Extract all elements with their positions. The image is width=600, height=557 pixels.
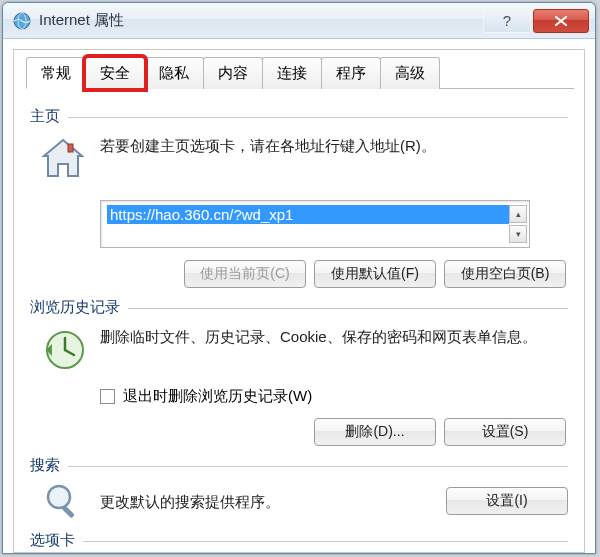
tabstrip: 常规 安全 隐私 内容 连接 程序 高级 [26, 56, 574, 89]
tab-privacy[interactable]: 隐私 [144, 57, 204, 89]
close-icon [554, 15, 568, 27]
tab-programs[interactable]: 程序 [321, 57, 381, 89]
homepage-url-input[interactable]: https://hao.360.cn/?wd_xp1 ▴ ▾ [100, 200, 530, 248]
url-spinner: ▴ ▾ [509, 205, 527, 243]
tab-advanced[interactable]: 高级 [380, 57, 440, 89]
tab-content[interactable]: 内容 [203, 57, 263, 89]
close-button[interactable] [533, 9, 589, 33]
internet-options-icon [13, 12, 31, 30]
help-button[interactable]: ? [483, 9, 531, 33]
history-icon [36, 323, 90, 377]
client-area: 常规 安全 隐私 内容 连接 程序 高级 主页 [3, 39, 595, 553]
delete-on-exit-checkbox[interactable] [100, 389, 115, 404]
spin-down-icon[interactable]: ▾ [509, 225, 527, 243]
history-desc: 删除临时文件、历史记录、Cookie、保存的密码和网页表单信息。 [100, 323, 537, 349]
group-divider [68, 117, 568, 118]
window-frame: Internet 属性 ? 常规 安全 隐私 内容 连接 程序 高级 [2, 2, 596, 554]
use-default-button[interactable]: 使用默认值(F) [314, 260, 436, 288]
tab-connections[interactable]: 连接 [262, 57, 322, 89]
use-blank-button[interactable]: 使用空白页(B) [444, 260, 566, 288]
use-current-button[interactable]: 使用当前页(C) [184, 260, 306, 288]
titlebar: Internet 属性 ? [3, 3, 595, 39]
window-title: Internet 属性 [39, 11, 481, 30]
group-divider [68, 466, 568, 467]
homepage-desc: 若要创建主页选项卡，请在各地址行键入地址(R)。 [100, 132, 436, 158]
group-label-history: 浏览历史记录 [30, 298, 128, 317]
svg-point-4 [48, 486, 70, 508]
group-history: 浏览历史记录 删除临时文件、历史记录、Cookie、保存的密码和网页表单信息。 [30, 298, 568, 446]
group-label-homepage: 主页 [30, 107, 68, 126]
svg-rect-5 [61, 505, 74, 518]
group-search: 搜索 更改默认的搜索提供程序。 设置(I) [30, 456, 568, 521]
search-icon [36, 481, 90, 521]
tab-security[interactable]: 安全 [85, 57, 145, 89]
group-homepage: 主页 若要创建主页选项卡，请在各地址行键入地址(R)。 [30, 107, 568, 288]
group-tabs: 选项卡 更改网页在选项卡中显示的方式。 设置(T) [30, 531, 568, 557]
tab-general[interactable]: 常规 [26, 57, 86, 89]
homepage-url-selected-text: https://hao.360.cn/?wd_xp1 [107, 205, 509, 224]
delete-history-button[interactable]: 删除(D)... [314, 418, 436, 446]
tab-panel-general: 主页 若要创建主页选项卡，请在各地址行键入地址(R)。 [24, 89, 574, 557]
inner-panel: 常规 安全 隐私 内容 连接 程序 高级 主页 [13, 49, 585, 553]
home-icon [36, 132, 90, 186]
history-settings-button[interactable]: 设置(S) [444, 418, 566, 446]
group-divider [83, 541, 568, 542]
group-divider [128, 308, 568, 309]
search-desc: 更改默认的搜索提供程序。 [100, 488, 436, 514]
delete-on-exit-label: 退出时删除浏览历史记录(W) [123, 387, 312, 406]
svg-rect-2 [68, 144, 73, 152]
group-label-search: 搜索 [30, 456, 68, 475]
group-label-tabs: 选项卡 [30, 531, 83, 550]
spin-up-icon[interactable]: ▴ [509, 205, 527, 223]
search-settings-button[interactable]: 设置(I) [446, 487, 568, 515]
window-buttons: ? [481, 9, 589, 33]
